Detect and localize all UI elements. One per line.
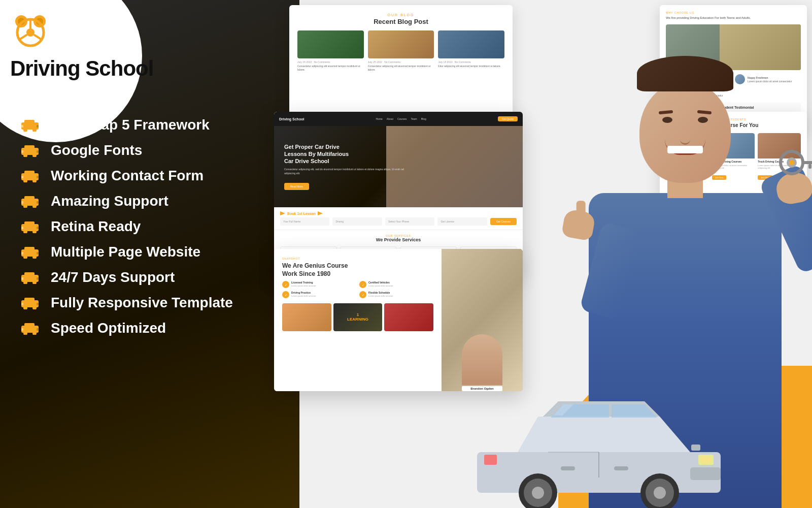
team-member-3: Get Briefing Lorem ipsum dolor sit amet … (666, 88, 801, 99)
svg-rect-38 (37, 227, 39, 229)
course-name-1: Car Driving Lesson (666, 160, 709, 163)
svg-rect-46 (24, 272, 35, 277)
svg-point-5 (26, 28, 35, 37)
course-desc-2: Lorem ipsum dolor sit amet consectetur a… (712, 164, 755, 169)
car-icon-google-fonts (20, 144, 40, 157)
blog-excerpt-3: Eitur adipiscing elit eiusmod tempor inc… (438, 65, 504, 68)
genius-feat-4: Flexible Schedule Lorem ipsum dolor sit … (359, 291, 433, 298)
feature-label-contact-form: Working Contact Form (51, 168, 204, 184)
svg-rect-56 (37, 303, 39, 305)
blog-post-img-2 (368, 30, 434, 58)
team-row-2: Get Briefing Lorem ipsum dolor sit amet … (666, 88, 801, 99)
sm-thumb-up (577, 201, 586, 216)
genius-img-2 (333, 303, 383, 331)
website-header-btn[interactable]: Get Quote (498, 116, 518, 121)
instructor-label: WHY CHOOSE US (666, 11, 801, 14)
feature-label-multipage: Multiple Page Website (51, 244, 200, 260)
blog-posts-row: July 24 2022 No Comments Consectetur adi… (297, 30, 504, 72)
member-name-3: Get Briefing (679, 90, 723, 93)
preview-container: OUR BLOG Recent Blog Post July 24 2022 N… (259, 0, 812, 508)
car-icon-support (20, 195, 40, 208)
car-icon-multipage (20, 245, 40, 259)
screenshot-genius: SNAPSHOT We Are Genius CourseWork Since … (274, 249, 523, 391)
course-img-2 (712, 133, 755, 158)
hero-headline: Get Proper Car DriveLessons By Multifari… (284, 143, 410, 165)
svg-rect-44 (37, 252, 39, 255)
feat-icon-3 (282, 291, 289, 298)
brand-logo-icon (10, 10, 51, 51)
member-avatar-1 (666, 74, 676, 84)
member-name-2: Happy Freshmen (748, 76, 792, 79)
courses-label: FOR STUDENTS (666, 118, 801, 121)
car-icon-speed (20, 322, 40, 335)
right-area: OUR BLOG Recent Blog Post July 24 2022 N… (259, 0, 812, 508)
booking-name-input[interactable]: Your Full Name (280, 217, 329, 226)
booking-submit-button[interactable]: Get Courses (490, 218, 517, 225)
courses-row: Car Driving Lesson Lorem ipsum dolor sit… (666, 133, 801, 180)
svg-rect-37 (21, 227, 23, 229)
genius-feat-3: Driving Practice Lorem ipsum dolor sit a… (282, 291, 356, 298)
member-info-3: Get Briefing Lorem ipsum dolor sit amet … (679, 90, 723, 97)
feature-item-bootstrap: Bootstrap 5 Framework (20, 117, 233, 133)
feat-icon-1 (282, 281, 289, 288)
svg-point-85 (700, 456, 712, 464)
feature-item-google-fonts: Google Fonts (20, 142, 233, 158)
member-avatar-3 (666, 88, 676, 99)
member-desc-2: Lorem ipsum dolor sit amet consectetur (748, 80, 792, 83)
svg-rect-49 (21, 277, 23, 280)
svg-rect-14 (37, 125, 39, 128)
blog-post-1: July 24 2022 No Comments Consectetur adi… (297, 30, 364, 72)
genius-feat-1: Licensed Training Lorem ipsum dolor sit … (282, 281, 356, 288)
svg-rect-26 (37, 176, 39, 178)
blog-section-title: Recent Blog Post (297, 18, 504, 25)
website-hero: Get Proper Car DriveLessons By Multifari… (274, 126, 523, 207)
booking-phone-input[interactable]: Select Your Phone (385, 217, 434, 226)
course-btn-3[interactable]: Join Now (758, 175, 772, 180)
genius-img-3 (384, 303, 433, 331)
testimonial-title: Our Student Testimonial (669, 106, 798, 109)
blog-meta-2: July 25 2022 No Comments (368, 60, 434, 64)
blog-excerpt-2: Consectetur adipiscing elit eiusmod temp… (368, 65, 434, 72)
services-title: We Provide Services (280, 237, 517, 242)
svg-point-77 (532, 487, 544, 499)
course-card-1: Car Driving Lesson Lorem ipsum dolor sit… (666, 133, 709, 180)
svg-rect-72 (690, 467, 721, 480)
sm-hand-left (561, 208, 596, 241)
feature-label-bootstrap: Bootstrap 5 Framework (51, 117, 210, 133)
svg-rect-43 (21, 252, 23, 255)
course-btn-1[interactable]: Join Now (666, 175, 680, 180)
genius-right: Brandon Ogden (442, 249, 523, 391)
svg-rect-32 (37, 201, 39, 204)
feature-item-multipage: Multiple Page Website (20, 244, 233, 260)
svg-rect-20 (37, 150, 39, 153)
course-desc-1: Lorem ipsum dolor sit amet consectetur a… (666, 164, 709, 169)
feature-label-responsive: Fully Responsive Template (51, 295, 233, 311)
hero-cta-button[interactable]: Read More (284, 183, 309, 190)
blog-excerpt-1: Consectetur adipiscing elit eiusmod temp… (297, 65, 364, 72)
feat-text-4: Flexible Schedule Lorem ipsum dolor sit … (368, 291, 393, 297)
website-header: Driving School Home About Courses Team B… (274, 112, 523, 126)
course-card-3: Truck Driving Course Lorem ipsum dolor s… (758, 133, 801, 180)
course-btn-2[interactable]: Join Now (712, 175, 726, 180)
feature-item-contact-form: Working Contact Form (20, 168, 233, 184)
svg-rect-74 (484, 455, 497, 465)
nav-about: About (387, 117, 393, 120)
svg-line-8 (35, 35, 42, 40)
blog-post-3: July 18 2022 No Comments Eitur adipiscin… (438, 30, 504, 72)
nav-team: Team (411, 117, 417, 120)
blog-post-img-3 (438, 30, 504, 58)
car-icon-247 (20, 271, 40, 284)
course-name-3: Truck Driving Course (758, 160, 801, 163)
svg-rect-83 (561, 466, 575, 470)
genius-left: SNAPSHOT We Are Genius CourseWork Since … (274, 249, 442, 391)
booking-type-input[interactable]: Driving (332, 217, 382, 226)
screenshot-courses: FOR STUDENTS Best Course For You Car Dri… (660, 112, 807, 213)
feature-label-speed: Speed Optimized (51, 320, 166, 336)
booking-license-input[interactable]: Get Licence (437, 217, 487, 226)
genius-img-1 (282, 303, 331, 331)
svg-rect-61 (21, 328, 23, 331)
svg-rect-31 (21, 201, 23, 204)
svg-rect-13 (21, 125, 23, 128)
silver-car (467, 391, 731, 508)
nav-home: Home (376, 117, 383, 120)
